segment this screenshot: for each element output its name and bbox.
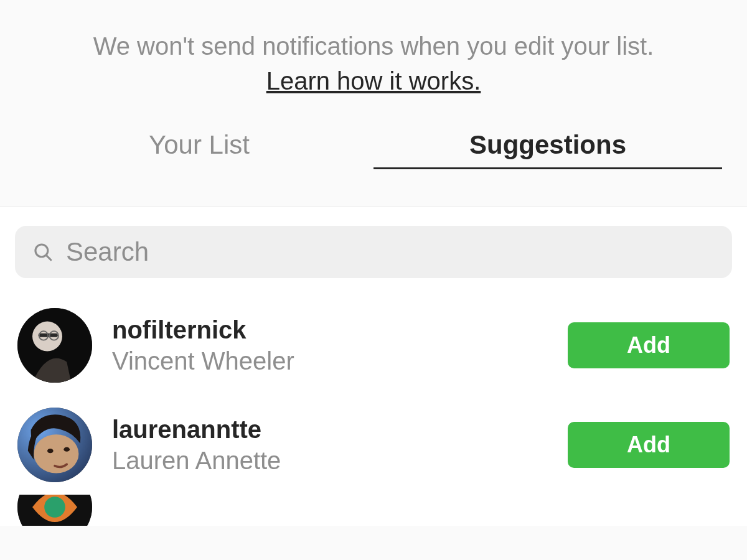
names: laurenanntte Lauren Annette: [112, 414, 568, 476]
tab-suggestions[interactable]: Suggestions: [374, 130, 722, 169]
tabs: Your List Suggestions: [25, 130, 722, 169]
svg-point-10: [63, 447, 70, 452]
suggestions-list: nofilternick Vincent Wheeler Add: [15, 296, 732, 526]
avatar[interactable]: [17, 408, 92, 482]
svg-line-1: [47, 256, 51, 260]
add-button[interactable]: Add: [568, 422, 730, 468]
list-item: laurenanntte Lauren Annette Add: [15, 395, 732, 495]
search-input[interactable]: [66, 237, 715, 267]
add-button[interactable]: Add: [568, 322, 730, 368]
tab-your-list[interactable]: Your List: [25, 130, 374, 169]
list-item: nofilternick Vincent Wheeler Add: [15, 296, 732, 395]
username: laurenanntte: [112, 414, 568, 445]
avatar[interactable]: [17, 308, 92, 383]
names: nofilternick Vincent Wheeler: [112, 314, 568, 376]
search-icon: [32, 241, 54, 263]
header: We won't send notifications when you edi…: [0, 0, 747, 207]
svg-point-9: [47, 449, 54, 453]
username: nofilternick: [112, 314, 568, 345]
svg-point-12: [44, 497, 65, 518]
search-bar[interactable]: [15, 226, 732, 278]
content: nofilternick Vincent Wheeler Add: [0, 207, 747, 526]
list-item: [15, 495, 732, 526]
avatar[interactable]: [17, 495, 92, 526]
learn-how-link[interactable]: Learn how it works.: [266, 67, 481, 95]
display-name: Vincent Wheeler: [112, 345, 568, 376]
info-text: We won't send notifications when you edi…: [25, 27, 722, 65]
display-name: Lauren Annette: [112, 445, 568, 476]
